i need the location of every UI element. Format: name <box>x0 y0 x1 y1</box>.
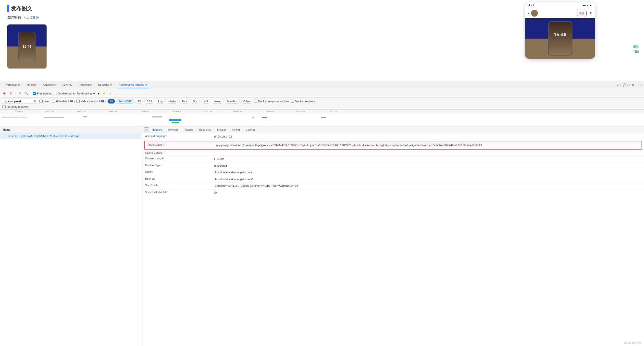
type-btn-ws[interactable]: WS <box>202 99 210 104</box>
header-sec-ch-ua: Sec-Ch-Ua: "Chromium";v="118", "Google C… <box>142 182 644 189</box>
detail-tab-cookies[interactable]: Cookies <box>243 127 258 133</box>
type-btn-js[interactable]: JS <box>136 99 143 104</box>
request-item[interactable]: 📄 nOlZOFGLg90OYqABv3jf0zPMyIC2K2U4tS7XFL… <box>0 133 142 139</box>
right-preview-panel: 9:41 ▪▪▪ ▲ ■ ‹ 关注 ⬆ 15:46 <box>525 2 595 59</box>
header-name-sec-ch-ua: Sec-Ch-Ua: <box>145 184 214 188</box>
phone-mockup-small: 15:46 <box>7 24 46 68</box>
header-value-origin: https://creator.xiaohongshu.com <box>214 170 252 174</box>
type-btn-wasm[interactable]: Wasm <box>212 99 224 104</box>
more-icon[interactable]: ⋮ <box>636 83 639 87</box>
blocked-cookies-checkbox[interactable]: Blocked response cookies <box>254 100 290 103</box>
preview-status-bar: 9:41 ▪▪▪ ▲ ■ <box>525 2 595 8</box>
header-authorization: Authorization: q-sign-algorithm=sha1&q-a… <box>144 141 642 150</box>
tab-security[interactable]: Security <box>60 82 75 88</box>
mark-18000: 18000 ms <box>265 110 274 113</box>
status-time: 9:41 <box>528 4 534 7</box>
clear-button[interactable]: ⊘ <box>8 91 13 96</box>
detail-tab-response[interactable]: Response <box>196 127 214 133</box>
tab-lighthouse[interactable]: Lighthouse <box>76 82 94 88</box>
detail-tab-headers[interactable]: Headers <box>149 127 165 133</box>
toolbar-divider-1 <box>15 92 16 95</box>
filter-button[interactable]: ▼ <box>18 91 22 96</box>
preserve-log-checkbox[interactable]: Preserve log <box>33 92 52 95</box>
settings-icon[interactable]: ⚙ <box>632 83 634 87</box>
detail-tab-preview[interactable]: Preview <box>180 127 196 133</box>
tab-application[interactable]: Application <box>40 82 59 88</box>
type-btn-other[interactable]: Other <box>241 99 252 104</box>
search-button[interactable]: 🔍 <box>24 91 29 96</box>
follow-button[interactable]: 关注 <box>577 11 587 16</box>
header-cache-control: Cache-Control: <box>142 150 644 156</box>
dock-icon[interactable]: › <box>641 84 642 87</box>
detail-tab-initiator[interactable]: Initiator <box>214 127 229 133</box>
devtools-tab-bar: Performance Memory Application Security … <box>0 81 644 89</box>
invert-checkbox[interactable]: Invert <box>40 100 50 103</box>
type-btn-doc[interactable]: Doc <box>191 99 200 104</box>
preview-phone-time: 15:46 <box>549 22 572 37</box>
detail-tab-bar: ✕ Headers Payload Preview Response Initi… <box>142 127 644 133</box>
header-referer: Referer: https://creator.xiaohongshu.com… <box>142 176 644 183</box>
detail-tab-payload[interactable]: Payload <box>165 127 181 133</box>
tab-recorder[interactable]: Recorder ⚗ <box>95 82 115 88</box>
name-column-header: Name <box>0 127 142 133</box>
header-value-content-length: 1781294 <box>214 157 224 161</box>
right-text-line1: 遇到 <box>633 44 639 49</box>
tab-performance[interactable]: Performance <box>2 82 23 88</box>
header-value-sec-ch-ua: "Chromium";v="118", "Google Chrome";v="1… <box>214 184 299 188</box>
header-name-content-type: Content-Type: <box>145 164 214 168</box>
mark-2000: 2000 ms <box>15 110 23 113</box>
clear-search-button[interactable]: ✕ <box>34 99 36 103</box>
disable-cache-checkbox[interactable]: Disable cache <box>54 92 75 95</box>
type-btn-media[interactable]: Media <box>166 99 178 104</box>
export-button[interactable]: ↓ <box>114 91 119 96</box>
header-name-referer: Referer: <box>145 177 214 181</box>
mark-12000: 12000 ms <box>172 110 181 113</box>
header-name-sec-ch-ua-mobile: Sec-Ch-Ua-Mobile: <box>145 191 214 195</box>
upload-more-button[interactable]: + 上传更多 <box>24 15 39 19</box>
header-value-content-type: image/jpeg <box>214 164 227 168</box>
mark-14000: 14000 ms <box>202 110 212 113</box>
content-split: Name 📄 nOlZOFGLg90OYqABv3jf0zPMyIC2K2U4t… <box>0 127 644 346</box>
header-name-origin: Origin: <box>145 170 214 174</box>
type-btn-fetch-xhr[interactable]: Fetch/XHR <box>116 99 134 104</box>
throttle-select[interactable]: No throttling <box>76 92 96 95</box>
header-content-length: Content-Length: 1781294 <box>142 156 644 163</box>
header-name-authorization: Authorization: <box>148 143 216 147</box>
close-detail-button[interactable]: ✕ <box>144 128 149 132</box>
mark-16000: 16000 ms <box>233 110 242 113</box>
watermark: CSDN @秋无尽 <box>624 341 642 345</box>
title-accent-icon <box>7 5 9 12</box>
tab-memory[interactable]: Memory <box>24 82 40 88</box>
timeline-ruler: 2000 ms 4000 ms 6000 ms 8000 ms 10000 ms… <box>0 110 644 114</box>
header-content-type: Content-Type: image/jpeg <box>142 163 644 169</box>
type-btn-css[interactable]: CSS <box>144 99 154 104</box>
blocked-requests-checkbox[interactable]: Blocked requests <box>291 100 316 103</box>
search-input[interactable] <box>8 100 32 103</box>
type-btn-manifest[interactable]: Manifest <box>225 99 240 104</box>
record-button[interactable]: ⏺ <box>2 91 7 96</box>
filter-bar: 🔍 ✕ Invert Hide data URLs Hide extension… <box>0 98 644 110</box>
preview-phone: 15:46 <box>548 21 572 56</box>
phone-inner: 15:46 <box>18 32 36 61</box>
status-icons: ▪▪▪ ▲ ■ <box>583 4 592 7</box>
type-btn-all[interactable]: All <box>108 99 115 104</box>
network-conditions-button[interactable]: ⚡ <box>102 91 106 96</box>
third-party-checkbox[interactable]: 3rd-party requests <box>2 105 642 108</box>
detail-panel: ✕ Headers Payload Preview Response Initi… <box>142 127 644 346</box>
back-icon[interactable]: ‹ <box>528 11 529 15</box>
detail-tab-timing[interactable]: Timing <box>229 127 243 133</box>
request-name: nOlZOFGLg90OYqABv3jf0zPMyIC2K2U4tS7XFLeJ… <box>8 135 80 138</box>
header-accept-language: Accept-Language: zh-CN,zh;q=0.9 <box>142 133 644 140</box>
preview-image-area: 15:46 <box>525 18 595 59</box>
name-panel: Name 📄 nOlZOFGLg90OYqABv3jf0zPMyIC2K2U4t… <box>0 127 142 346</box>
hide-data-urls-checkbox[interactable]: Hide data URLs <box>52 100 75 103</box>
tab-performance-insights[interactable]: Performance insights ⚗ <box>116 82 150 88</box>
share-icon[interactable]: ⬆ <box>590 11 592 15</box>
right-text-line2: 问题 <box>633 49 639 54</box>
import-button[interactable]: ↑ <box>108 91 113 96</box>
mark-22000: 22000 ms <box>327 110 337 113</box>
hide-extension-urls-checkbox[interactable]: Hide extension URLs <box>76 100 106 103</box>
header-value-accept-language: zh-CN,zh;q=0.9 <box>214 135 232 139</box>
type-btn-img[interactable]: Img <box>156 99 165 104</box>
type-btn-font[interactable]: Font <box>180 99 189 104</box>
